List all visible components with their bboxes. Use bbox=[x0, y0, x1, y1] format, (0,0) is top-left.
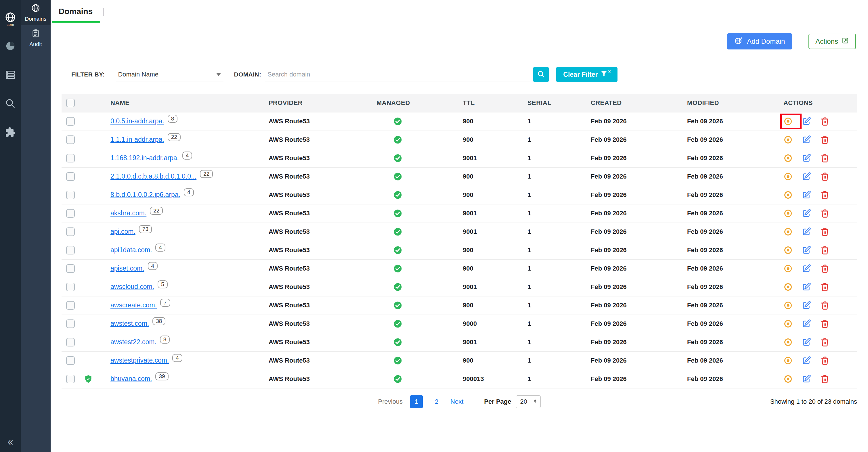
edit-icon[interactable] bbox=[802, 356, 811, 365]
delete-icon[interactable] bbox=[820, 264, 830, 273]
delete-icon[interactable] bbox=[820, 172, 830, 181]
edit-icon[interactable] bbox=[802, 117, 811, 126]
edit-icon[interactable] bbox=[802, 282, 811, 292]
row-checkbox[interactable] bbox=[66, 301, 75, 310]
row-checkbox[interactable] bbox=[66, 154, 75, 162]
record-history-icon[interactable] bbox=[783, 154, 793, 163]
row-checkbox[interactable] bbox=[66, 319, 75, 328]
domain-link[interactable]: 8.b.d.0.1.0.0.2.ip6.arpa. bbox=[111, 191, 180, 198]
row-checkbox[interactable] bbox=[66, 191, 75, 199]
delete-icon[interactable] bbox=[820, 190, 830, 199]
edit-icon[interactable] bbox=[802, 227, 811, 236]
edit-icon[interactable] bbox=[802, 301, 811, 310]
record-history-icon[interactable] bbox=[783, 301, 793, 310]
record-history-icon[interactable] bbox=[783, 337, 793, 347]
row-checkbox[interactable] bbox=[66, 283, 75, 291]
domain-link[interactable]: awstest.com. bbox=[111, 320, 149, 327]
managed-check-icon bbox=[393, 319, 402, 328]
domain-link[interactable]: awstest22.com. bbox=[111, 338, 156, 346]
record-list-icon[interactable] bbox=[5, 69, 16, 80]
domain-link[interactable]: bhuvana.com. bbox=[111, 375, 152, 382]
edit-icon[interactable] bbox=[802, 319, 811, 328]
record-history-icon[interactable] bbox=[783, 282, 793, 292]
record-history-icon[interactable] bbox=[783, 356, 793, 365]
pagination-page-2[interactable]: 2 bbox=[430, 395, 443, 408]
pagination-previous[interactable]: Previous bbox=[378, 398, 403, 406]
record-history-icon[interactable] bbox=[783, 264, 793, 273]
dns-search-icon[interactable] bbox=[5, 98, 16, 109]
domain-count-badge: 4 bbox=[148, 262, 158, 270]
domain-link[interactable]: api.com. bbox=[111, 228, 135, 235]
domain-link[interactable]: 0.0.5.in-addr.arpa. bbox=[111, 117, 164, 125]
delete-icon[interactable] bbox=[820, 154, 830, 163]
domain-link[interactable]: awscreate.com. bbox=[111, 301, 157, 309]
record-history-icon[interactable] bbox=[783, 319, 793, 328]
record-history-icon[interactable] bbox=[783, 190, 793, 199]
delete-icon[interactable] bbox=[820, 301, 830, 310]
domain-link[interactable]: awscloud.com. bbox=[111, 283, 154, 290]
sidebar-item-domains[interactable]: Domains bbox=[21, 0, 51, 25]
tab-domains[interactable]: Domains bbox=[51, 0, 101, 23]
pagination-page-1[interactable]: 1 bbox=[410, 395, 423, 408]
record-history-icon[interactable] bbox=[783, 135, 793, 144]
delete-icon[interactable] bbox=[820, 375, 830, 384]
edit-icon[interactable] bbox=[802, 135, 811, 144]
add-domain-button[interactable]: Add Domain bbox=[727, 33, 793, 50]
row-checkbox[interactable] bbox=[66, 135, 75, 144]
search-button[interactable] bbox=[533, 67, 549, 82]
row-checkbox[interactable] bbox=[66, 172, 75, 181]
domain-link[interactable]: 1.168.192.in-addr.arpa. bbox=[111, 154, 179, 162]
record-history-icon[interactable] bbox=[783, 172, 793, 181]
edit-icon[interactable] bbox=[802, 375, 811, 384]
icon-rail: com « bbox=[0, 0, 21, 452]
delete-icon[interactable] bbox=[820, 282, 830, 292]
record-history-icon[interactable] bbox=[783, 209, 793, 218]
delete-icon[interactable] bbox=[820, 209, 830, 218]
edit-icon[interactable] bbox=[802, 264, 811, 273]
sidebar-collapse-chevron[interactable]: « bbox=[0, 436, 21, 448]
delete-icon[interactable] bbox=[820, 337, 830, 347]
domain-search-input[interactable] bbox=[265, 68, 530, 82]
delete-icon[interactable] bbox=[820, 117, 830, 126]
edit-icon[interactable] bbox=[802, 209, 811, 218]
dashboard-pie-icon[interactable] bbox=[5, 40, 16, 52]
record-history-icon[interactable] bbox=[783, 246, 793, 255]
row-checkbox[interactable] bbox=[66, 246, 75, 255]
row-checkbox[interactable] bbox=[66, 209, 75, 218]
record-history-icon[interactable] bbox=[783, 227, 793, 236]
ttl-cell: 9001 bbox=[457, 333, 522, 351]
domain-link[interactable]: 1.1.1.in-addr.arpa. bbox=[111, 136, 164, 143]
clear-filter-button[interactable]: Clear Filter x bbox=[556, 67, 618, 82]
actions-button[interactable]: Actions bbox=[808, 34, 856, 49]
domain-link[interactable]: 2.1.0.0.d.c.b.a.8.b.d.0.1.0.0... bbox=[111, 172, 196, 180]
edit-icon[interactable] bbox=[802, 172, 811, 181]
domain-link[interactable]: api1data.com. bbox=[111, 246, 152, 254]
row-checkbox[interactable] bbox=[66, 227, 75, 236]
row-checkbox[interactable] bbox=[66, 117, 75, 126]
per-page-select[interactable]: 20 bbox=[516, 395, 541, 408]
row-checkbox[interactable] bbox=[66, 356, 75, 365]
select-all-checkbox[interactable] bbox=[66, 99, 75, 107]
delete-icon[interactable] bbox=[820, 319, 830, 328]
edit-icon[interactable] bbox=[802, 154, 811, 163]
row-checkbox[interactable] bbox=[66, 338, 75, 347]
filter-by-select[interactable]: Domain Name bbox=[116, 68, 223, 82]
extensions-puzzle-icon[interactable] bbox=[5, 127, 16, 138]
row-checkbox[interactable] bbox=[66, 264, 75, 273]
edit-icon[interactable] bbox=[802, 246, 811, 255]
delete-icon[interactable] bbox=[820, 135, 830, 144]
dns-com-logo[interactable]: com bbox=[5, 11, 16, 27]
sidebar-item-audit[interactable]: Audit bbox=[21, 25, 51, 51]
record-history-icon[interactable] bbox=[783, 117, 793, 126]
domain-link[interactable]: apiset.com. bbox=[111, 264, 144, 272]
edit-icon[interactable] bbox=[802, 190, 811, 199]
domain-link[interactable]: awstestprivate.com. bbox=[111, 357, 169, 364]
delete-icon[interactable] bbox=[820, 356, 830, 365]
row-checkbox[interactable] bbox=[66, 375, 75, 383]
pagination-next[interactable]: Next bbox=[451, 398, 463, 406]
domain-link[interactable]: akshra.com. bbox=[111, 209, 146, 217]
delete-icon[interactable] bbox=[820, 227, 830, 236]
delete-icon[interactable] bbox=[820, 246, 830, 255]
record-history-icon[interactable] bbox=[783, 375, 793, 384]
edit-icon[interactable] bbox=[802, 337, 811, 347]
